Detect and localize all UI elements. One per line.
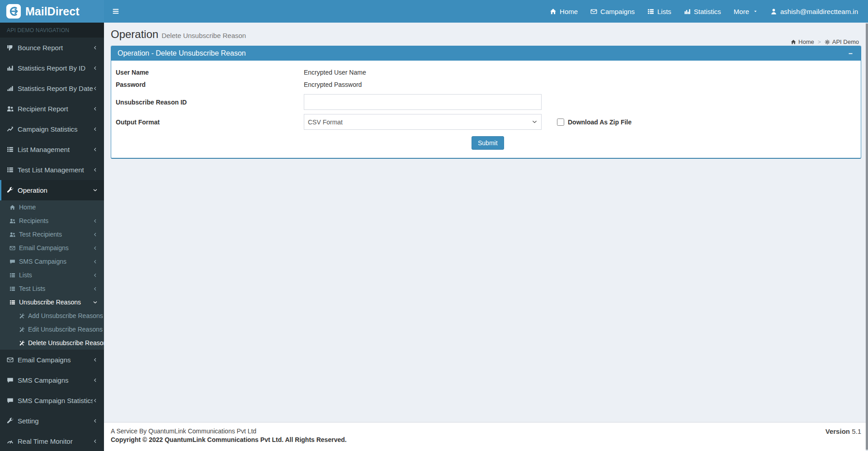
chevron-left-icon [93, 273, 98, 278]
sidebar-link-recipient-report[interactable]: Recipient Report [0, 99, 104, 119]
nav-item-lists: Lists [641, 0, 678, 23]
users-icon [9, 218, 15, 224]
brand[interactable]: MailDirect [0, 0, 104, 23]
breadcrumb: HomeAPI Demo [773, 38, 859, 45]
breadcrumb-item-api-demo: API Demo [814, 38, 859, 45]
sidebar-item-lists: Lists [0, 268, 104, 282]
nav-item-more: More [727, 0, 764, 23]
sidebar-item-label: Edit Unsubscribe Reasons [28, 326, 103, 333]
version-info: Version 5.1 [826, 427, 861, 435]
chevron-left-icon [93, 357, 98, 362]
sidebar-link-sms-campaign-statistics[interactable]: SMS Campaign Statistics [0, 390, 104, 411]
sidebar-link-operation[interactable]: Operation [0, 180, 104, 200]
breadcrumb-item-home: Home [791, 38, 814, 45]
sidebar-item-edit-unsubscribe-reasons: Edit Unsubscribe Reasons [0, 323, 104, 336]
sidebar-item-label: Delete Unsubscribe Reasons [28, 339, 104, 347]
sidebar-item-statistics-report-by-id: Statistics Report By ID [0, 58, 104, 78]
sidebar-link-test-list-management[interactable]: Test List Management [0, 160, 104, 180]
sidebar-link-setting[interactable]: Setting [0, 411, 104, 431]
wrench-icon [7, 418, 14, 424]
line-chart-icon [7, 126, 14, 133]
sidebar: API DEMO NAVIGATION Bounce ReportStatist… [0, 23, 104, 451]
users-icon [7, 105, 14, 112]
unsubscribe-reason-id-input[interactable] [304, 94, 542, 110]
username-row: User Name Encrypted User Name [116, 69, 856, 76]
footer-copyright-line: Copyright © 2022 QuantumLink Communicati… [111, 436, 861, 443]
chevron-left-icon [93, 286, 98, 291]
sidebar-toggle-button[interactable] [104, 0, 127, 23]
sidebar-section-label: API DEMO NAVIGATION [0, 23, 104, 38]
sidebar-link-email-campaigns[interactable]: Email Campaigns [0, 350, 104, 370]
nav-link-lists[interactable]: Lists [641, 0, 678, 23]
sidebar-link-home[interactable]: Home [0, 200, 104, 214]
nav-link-ashish-maildirectteam-in[interactable]: ashish@maildirectteam.in [764, 0, 864, 23]
sidebar-item-unsubscribe-reasons: Unsubscribe ReasonsAdd Unsubscribe Reaso… [0, 295, 104, 350]
sidebar-link-list-management[interactable]: List Management [0, 139, 104, 160]
sidebar-link-unsubscribe-reasons[interactable]: Unsubscribe Reasons [0, 295, 104, 309]
list-icon [9, 272, 15, 278]
username-value: Encrypted User Name [304, 69, 366, 76]
breadcrumb-link-home[interactable]: Home [791, 38, 814, 45]
breadcrumb-label: Home [798, 38, 814, 45]
sidebar-item-add-unsubscribe-reasons: Add Unsubscribe Reasons [0, 309, 104, 323]
reason-id-row: Unsubscribe Reason ID [116, 94, 856, 110]
users-icon [9, 232, 15, 237]
chevron-left-icon [93, 259, 98, 264]
reason-id-label: Unsubscribe Reason ID [116, 99, 304, 106]
download-as-zip-label[interactable]: Download As Zip File [568, 119, 632, 126]
sidebar-item-statistics-report-by-date: Statistics Report By Date [0, 78, 104, 99]
sidebar-link-lists[interactable]: Lists [0, 268, 104, 282]
sidebar-link-campaign-statistics[interactable]: Campaign Statistics [0, 119, 104, 139]
nav-link-more[interactable]: More [727, 0, 764, 23]
main-content: OperationDelete Unsubscribe Reason HomeA… [104, 23, 868, 422]
envelope-icon [9, 245, 15, 251]
sidebar-link-statistics-report-by-date[interactable]: Statistics Report By Date [0, 78, 104, 99]
sidebar-link-test-recipients[interactable]: Test Recipients [0, 228, 104, 241]
chevron-left-icon [93, 167, 98, 172]
sidebar-link-add-unsubscribe-reasons[interactable]: Add Unsubscribe Reasons [0, 309, 104, 323]
sidebar-item-label: SMS Campaigns [19, 258, 66, 265]
chevron-left-icon [93, 45, 98, 50]
nav-label: More [734, 8, 749, 15]
sidebar-item-label: Add Unsubscribe Reasons [28, 312, 103, 319]
sidebar-item-email-campaigns: Email Campaigns [0, 350, 104, 370]
sidebar-link-real-time-monitor[interactable]: Real Time Monitor [0, 431, 104, 451]
list-icon [9, 286, 15, 292]
top-nav: HomeCampaignsListsStatisticsMoreashish@m… [543, 0, 868, 23]
sidebar-item-label: Test List Management [18, 166, 84, 174]
page-footer: Version 5.1 A Service By QuantumLink Com… [104, 422, 868, 451]
sidebar-link-edit-unsubscribe-reasons[interactable]: Edit Unsubscribe Reasons [0, 323, 104, 336]
breadcrumb-link-api-demo[interactable]: API Demo [825, 38, 859, 45]
nav-link-campaigns[interactable]: Campaigns [584, 0, 641, 23]
download-as-zip-checkbox[interactable] [557, 119, 564, 126]
navbar: HomeCampaignsListsStatisticsMoreashish@m… [104, 0, 868, 23]
sidebar-link-recipients[interactable]: Recipients [0, 214, 104, 228]
sidebar-link-bounce-report[interactable]: Bounce Report [0, 38, 104, 58]
sidebar-link-statistics-report-by-id[interactable]: Statistics Report By ID [0, 58, 104, 78]
panel-header: Operation - Delete Unsubscribe Reason [111, 46, 861, 61]
nav-link-statistics[interactable]: Statistics [678, 0, 727, 23]
submit-row: Submit [116, 130, 856, 158]
comment-icon [9, 259, 15, 265]
scrollbar-thumb[interactable] [866, 24, 868, 450]
comment-icon [7, 397, 14, 404]
footer-service-line: A Service By QuantumLink Communications … [111, 427, 861, 435]
nav-item-campaigns: Campaigns [584, 0, 641, 23]
submit-button[interactable]: Submit [472, 136, 504, 150]
gear-icon [825, 39, 830, 45]
sidebar-link-delete-unsubscribe-reasons[interactable]: Delete Unsubscribe Reasons [0, 336, 104, 350]
sidebar-item-recipients: Recipients [0, 214, 104, 228]
output-format-select[interactable]: CSV Format [304, 114, 542, 130]
breadcrumb-label: API Demo [832, 38, 859, 45]
collapse-button[interactable] [847, 50, 854, 57]
scrollbar[interactable] [866, 0, 868, 451]
tachometer-icon [7, 438, 14, 445]
sidebar-item-label: Campaign Statistics [18, 125, 78, 133]
sidebar-link-sms-campaigns[interactable]: SMS Campaigns [0, 370, 104, 390]
sidebar-link-sms-campaigns[interactable]: SMS Campaigns [0, 255, 104, 268]
chevron-down-icon [93, 300, 98, 305]
sidebar-item-test-recipients: Test Recipients [0, 228, 104, 241]
nav-link-home[interactable]: Home [543, 0, 584, 23]
sidebar-link-test-lists[interactable]: Test Lists [0, 282, 104, 295]
sidebar-link-email-campaigns[interactable]: Email Campaigns [0, 241, 104, 255]
